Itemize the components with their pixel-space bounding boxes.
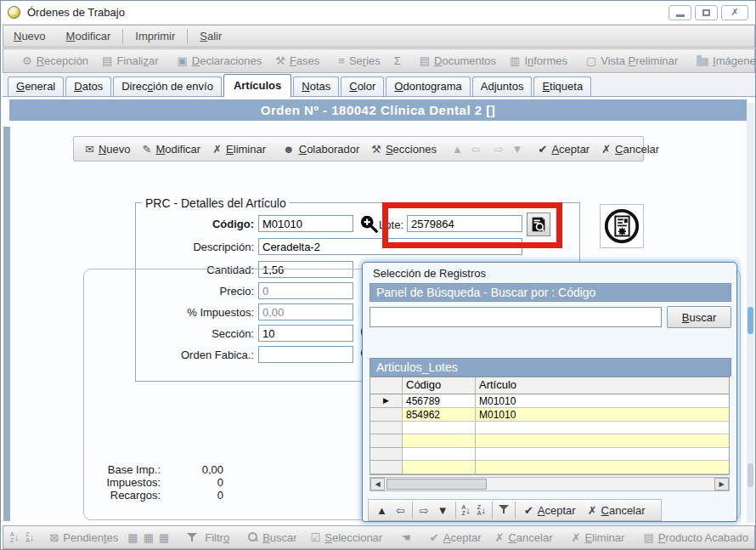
toolbar-declaraciones[interactable]: ▣Declaraciones <box>171 54 269 67</box>
tab-etiqueta[interactable]: Etiqueta <box>533 77 591 96</box>
toolbar-recepcion[interactable]: ⚙Recepción <box>15 54 95 67</box>
sort-ascending-button[interactable]: AZ↓ <box>459 504 474 516</box>
tab-general[interactable]: General <box>8 77 64 96</box>
menu-nuevo[interactable]: Nuevo <box>3 30 56 43</box>
nav-prev-button[interactable]: ⇦ <box>467 143 485 156</box>
grid-row[interactable]: 854962 M01010 <box>370 408 729 422</box>
scroll-left-arrow[interactable]: ◀ <box>370 478 385 490</box>
dialog-nav-prev-button[interactable]: ⇦ <box>392 504 409 517</box>
product-sheet-button[interactable] <box>600 204 644 248</box>
toolbar-series[interactable]: ≡Series <box>331 54 386 67</box>
grid-cell-articulo[interactable] <box>476 422 729 435</box>
tab-articulos[interactable]: Artículos <box>223 74 291 97</box>
grid-col-articulo[interactable]: Artículo <box>476 377 729 394</box>
nav-next-button[interactable]: ⇨ <box>490 143 508 156</box>
grid-cell-codigo[interactable] <box>403 448 476 462</box>
close-button[interactable]: ✗ <box>721 5 748 20</box>
grid-cell-articulo[interactable] <box>476 448 729 462</box>
toolbar-fases[interactable]: ⚒Fases <box>268 54 326 67</box>
nav-first-button[interactable]: ▲ <box>448 143 467 156</box>
grid-cell-articulo[interactable] <box>476 461 729 474</box>
toolbar-finalizar[interactable]: ▤Finalizar <box>95 54 165 67</box>
pendientes-button[interactable]: ⊠Pendientes <box>42 531 125 544</box>
right-scrollbar-thumb-gray[interactable] <box>748 463 753 487</box>
pan-button[interactable]: ☚ <box>394 531 418 544</box>
codigo-input[interactable]: M01010 <box>258 215 353 232</box>
row-selector-cell[interactable]: ▶ <box>370 394 403 408</box>
lote-input[interactable]: 2579864 <box>407 215 522 232</box>
toolbar-imagenes[interactable]: Imágenes <box>690 54 756 67</box>
record-modificar-button[interactable]: ✎Modificar <box>137 143 207 156</box>
record-colaborador-button[interactable]: ☻Colaborador <box>277 143 365 156</box>
minimize-button[interactable] <box>669 5 691 20</box>
grid-cell-codigo[interactable] <box>403 422 476 435</box>
record-secciones-button[interactable]: ⚒Secciones <box>365 143 443 156</box>
menu-imprimir[interactable]: Imprimir <box>125 30 185 43</box>
bottom-sort-asc-button[interactable]: AZ↓ <box>7 531 22 543</box>
record-eliminar-button[interactable]: ✗Eliminar <box>206 143 272 156</box>
row-selector-cell[interactable] <box>370 422 403 435</box>
descripcion-input[interactable]: Ceradelta-2 <box>258 238 522 255</box>
grid-row[interactable] <box>370 422 729 435</box>
toolbar-sigma[interactable]: Σ <box>387 54 408 67</box>
scrollbar-thumb[interactable] <box>386 479 487 490</box>
record-cancelar-button[interactable]: ✗Cancelar <box>595 143 665 156</box>
record-aceptar-button[interactable]: ✔Aceptar <box>532 143 595 156</box>
row-selector-cell[interactable] <box>370 461 403 474</box>
dialog-nav-last-button[interactable]: ▼ <box>433 504 453 517</box>
row-selector-cell[interactable] <box>370 448 403 462</box>
grid-row[interactable] <box>370 448 729 462</box>
grid-cell-codigo[interactable]: 854962 <box>403 408 476 422</box>
dialog-nav-next-button[interactable]: ⇨ <box>415 504 433 517</box>
toolbar-informes[interactable]: ▥Informes <box>503 54 574 67</box>
buscar-button[interactable]: Buscar <box>667 306 731 328</box>
grid-row[interactable]: ▶ 456789 M01010 <box>370 394 729 408</box>
total-impuestos-row: Impuestos: 0 <box>86 476 223 489</box>
grid-view-button-2[interactable]: ▦ <box>141 531 156 544</box>
grid-cell-articulo[interactable]: M01010 <box>476 394 729 408</box>
tab-datos[interactable]: Datos <box>65 77 111 96</box>
row-selector-cell[interactable] <box>370 408 403 422</box>
dialog-aceptar-button[interactable]: ✔Aceptar <box>518 504 582 517</box>
grid-view-button-1[interactable]: ▦ <box>125 531 140 544</box>
row-selector-cell[interactable] <box>370 434 403 448</box>
bottom-cancelar-button[interactable]: ✗Cancelar <box>488 531 560 544</box>
bottom-eliminar-button[interactable]: ✗Eliminar <box>565 531 632 544</box>
grid-cell-codigo[interactable]: 456789 <box>403 394 476 408</box>
dialog-filter-button[interactable] <box>495 504 512 517</box>
tab-direccion-envio[interactable]: Dirección de envío <box>113 77 222 96</box>
grid-view-button-3[interactable]: ▦ <box>156 531 172 544</box>
bottom-aceptar-button[interactable]: ✔Aceptar <box>423 531 488 544</box>
producto-acabado-button[interactable]: ▤Producto Acabado <box>636 531 755 544</box>
seleccionar-button[interactable]: ☑Seleccionar <box>304 531 390 544</box>
grid-cell-codigo[interactable] <box>403 461 476 474</box>
grid-cell-codigo[interactable] <box>403 434 476 448</box>
grid-cell-articulo[interactable]: M01010 <box>476 408 729 422</box>
toolbar-documentos[interactable]: ▤Documentos <box>413 54 503 67</box>
sort-descending-button[interactable]: ZA↓ <box>474 504 489 516</box>
tab-notas[interactable]: Notas <box>293 77 339 96</box>
grid-cell-articulo[interactable] <box>476 434 729 448</box>
menu-modificar[interactable]: Modificar <box>56 30 121 43</box>
grid-horizontal-scrollbar[interactable]: ◀ ▶ <box>370 477 730 491</box>
grid-row[interactable] <box>370 434 729 448</box>
dialog-nav-first-button[interactable]: ▲ <box>372 504 392 517</box>
tab-adjuntos[interactable]: Adjuntos <box>472 77 533 96</box>
dialog-search-input[interactable] <box>370 307 662 327</box>
dialog-cancelar-button[interactable]: ✗Cancelar <box>582 504 652 517</box>
filtro-button[interactable]: Filtro <box>177 531 236 544</box>
grid-col-codigo[interactable]: Código <box>403 377 476 394</box>
lote-search-button[interactable] <box>527 213 550 236</box>
tab-odontograma[interactable]: Odontograma <box>386 77 471 96</box>
record-nuevo-button[interactable]: ✉Nuevo <box>79 143 137 156</box>
menu-salir[interactable]: Salir <box>189 30 232 43</box>
bottom-sort-desc-button[interactable]: ZA↓ <box>22 531 37 543</box>
buscar-bottom-button[interactable]: Buscar <box>241 531 303 544</box>
maximize-button[interactable] <box>695 5 718 20</box>
grid-row[interactable] <box>370 461 729 474</box>
toolbar-vista-preliminar[interactable]: ▢Vista Preliminar <box>579 54 685 67</box>
scroll-right-arrow[interactable]: ▶ <box>714 478 729 490</box>
tab-color[interactable]: Color <box>341 77 384 96</box>
nav-last-button[interactable]: ▼ <box>508 143 528 156</box>
right-scrollbar-thumb-blue[interactable] <box>748 307 753 334</box>
